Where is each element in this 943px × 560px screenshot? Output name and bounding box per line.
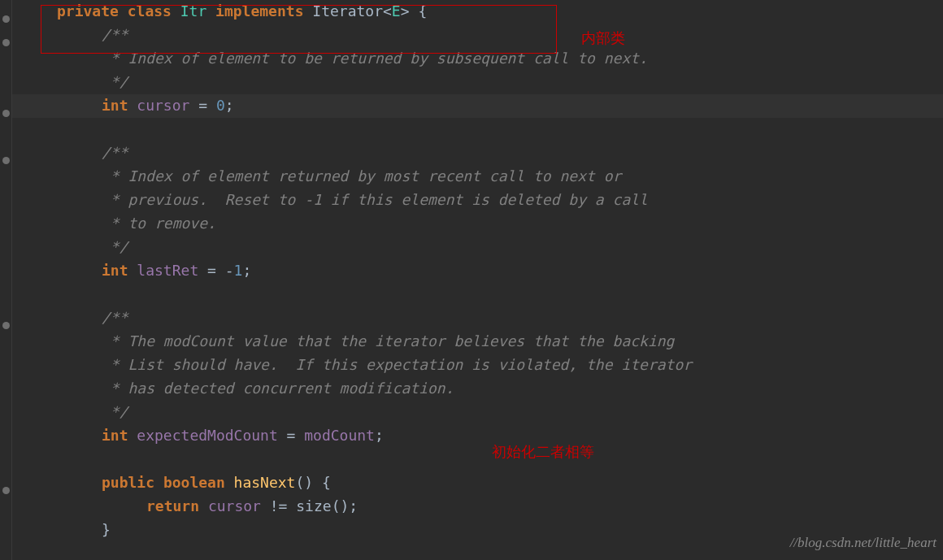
fold-marker[interactable] — [2, 487, 10, 494]
code-line: */ — [12, 401, 943, 424]
code-line: /** — [12, 141, 943, 165]
code-line: int expectedModCount = modCount; — [12, 424, 943, 448]
code-line: */ — [12, 71, 943, 94]
code-line: int lastRet = -1; — [12, 259, 943, 283]
code-line: * to remove. — [12, 212, 943, 236]
code-line: * previous. Reset to -1 if this element … — [12, 189, 943, 212]
fold-marker[interactable] — [2, 39, 10, 46]
code-line: private class Itr implements Iterator<E>… — [12, 0, 943, 24]
annotation-init-equal: 初始化二者相等 — [492, 441, 594, 464]
watermark: //blog.csdn.net/little_heart — [790, 532, 936, 553]
fold-marker[interactable] — [2, 322, 10, 329]
code-line: * The modCount value that the iterator b… — [12, 330, 943, 354]
fold-marker[interactable] — [2, 157, 10, 164]
code-area[interactable]: 内部类 初始化二者相等 private class Itr implements… — [12, 0, 943, 560]
code-line: /** — [12, 306, 943, 330]
fold-marker[interactable] — [2, 110, 10, 117]
code-line-highlighted: int cursor = 0; — [12, 94, 943, 118]
code-line — [12, 448, 943, 471]
code-editor: 内部类 初始化二者相等 private class Itr implements… — [0, 0, 943, 560]
code-line: return cursor != size(); — [12, 495, 943, 519]
code-line: * Index of element returned by most rece… — [12, 165, 943, 189]
code-line — [12, 118, 943, 141]
code-line: * List should have. If this expectation … — [12, 354, 943, 377]
code-line — [12, 283, 943, 306]
gutter — [0, 0, 12, 560]
code-line: * has detected concurrent modification. — [12, 377, 943, 401]
code-line: public boolean hasNext() { — [12, 471, 943, 495]
fold-marker[interactable] — [2, 15, 10, 23]
code-line: * Index of element to be returned by sub… — [12, 47, 943, 71]
code-line: */ — [12, 236, 943, 259]
code-line: /** — [12, 24, 943, 47]
annotation-inner-class: 内部类 — [581, 27, 625, 50]
